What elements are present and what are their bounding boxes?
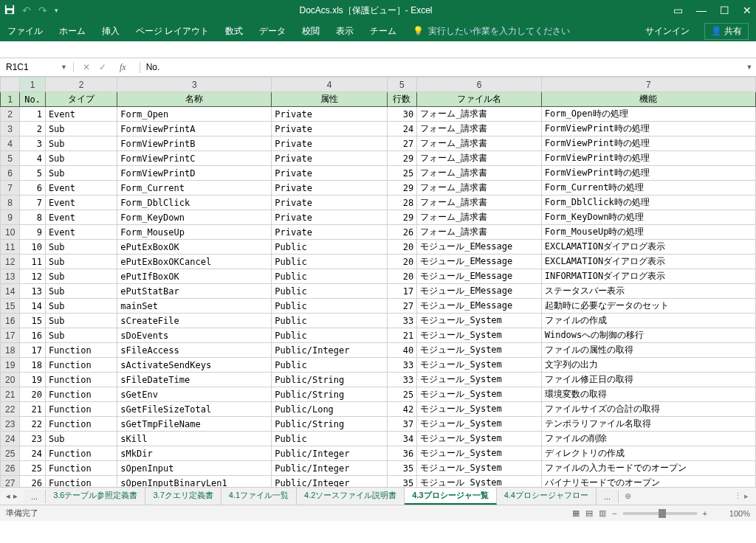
cell-lines[interactable]: 29 [387,181,417,196]
row-head[interactable]: 7 [1,181,20,196]
cell-type[interactable]: Sub [45,314,117,328]
cell-file[interactable]: モジュール_System [417,358,541,373]
sheet-tab-more-left[interactable]: ... [24,490,46,503]
header-cell[interactable]: 名称 [117,92,272,107]
cell-lines[interactable]: 35 [387,476,417,488]
cell-lines[interactable]: 20 [387,240,417,255]
sheet-tab[interactable]: 4.4プロシージャフロー [497,488,597,505]
cell-type[interactable]: Event [45,196,117,210]
cell-type[interactable]: Sub [45,269,117,284]
cell-attr[interactable]: Private [272,166,387,181]
cell-lines[interactable]: 24 [387,122,417,136]
cell-attr[interactable]: Public/Long [272,402,387,417]
tab-scroll-handle[interactable]: ⋮ ▸ [726,491,756,501]
cell-func[interactable]: FormViewPrint時の処理 [541,151,755,166]
cell-type[interactable]: Function [45,417,117,432]
cell-no[interactable]: 5 [20,166,46,181]
cell-type[interactable]: Function [45,446,117,461]
cell-type[interactable]: Function [45,387,117,402]
cell-func[interactable]: ファイルサイズの合計の取得 [541,402,755,417]
row-head[interactable]: 25 [1,446,20,461]
cell-no[interactable]: 20 [20,387,46,402]
cell-lines[interactable]: 36 [387,446,417,461]
cell-lines[interactable]: 25 [387,387,417,402]
cell-func[interactable]: FormViewPrint時の処理 [541,166,755,181]
cell-lines[interactable]: 40 [387,343,417,358]
cell-attr[interactable]: Private [272,181,387,196]
cell-type[interactable]: Function [45,343,117,358]
row-head[interactable]: 11 [1,240,20,255]
cell-attr[interactable]: Public [272,299,387,314]
cell-file[interactable]: モジュール_System [417,314,541,328]
cell-func[interactable]: ファイルの作成 [541,314,755,328]
cell-no[interactable]: 18 [20,358,46,373]
row-head[interactable]: 4 [1,136,20,151]
share-button[interactable]: 👤 共有 [704,23,749,40]
cell-file[interactable]: モジュール_System [417,476,541,488]
header-cell[interactable]: No. [20,92,46,107]
sheet-tab[interactable]: 3.6テーブル参照定義書 [46,488,145,505]
row-head[interactable]: 10 [1,225,20,240]
cell-file[interactable]: フォーム_請求書 [417,225,541,240]
view-pagebreak-icon[interactable]: ▥ [599,508,606,518]
undo-icon[interactable]: ↶ [22,4,31,16]
col-head-5[interactable]: 5 [387,77,417,92]
cell-lines[interactable]: 37 [387,417,417,432]
sheet-tab[interactable]: 4.1ファイル一覧 [221,488,297,505]
new-sheet-icon[interactable]: ⊕ [619,491,637,501]
cell-file[interactable]: モジュール_System [417,446,541,461]
cell-func[interactable]: ディレクトリの作成 [541,446,755,461]
cell-lines[interactable]: 42 [387,402,417,417]
row-head[interactable]: 12 [1,255,20,269]
cell-name[interactable]: sMkDir [117,446,272,461]
cell-no[interactable]: 14 [20,299,46,314]
cell-type[interactable]: Sub [45,432,117,446]
col-head-6[interactable]: 6 [417,77,541,92]
tab-file[interactable]: ファイル [7,25,43,38]
cell-lines[interactable]: 26 [387,225,417,240]
col-head-7[interactable]: 7 [541,77,755,92]
cell-file[interactable]: モジュール_System [417,387,541,402]
cell-lines[interactable]: 34 [387,432,417,446]
cell-file[interactable]: フォーム_請求書 [417,196,541,210]
row-head[interactable]: 21 [1,387,20,402]
tab-data[interactable]: データ [259,25,286,38]
fx-icon[interactable]: fx [115,62,131,73]
col-head-4[interactable]: 4 [272,77,387,92]
name-box[interactable]: R1C1 ▼ [0,62,74,72]
cell-func[interactable]: テンポラリファイル名取得 [541,417,755,432]
cell-func[interactable]: Form_MouseUp時の処理 [541,225,755,240]
cell-func[interactable]: ステータスバー表示 [541,284,755,299]
cell-name[interactable]: Form_MouseUp [117,225,272,240]
cell-attr[interactable]: Public [272,314,387,328]
cell-lines[interactable]: 30 [387,107,417,122]
cell-name[interactable]: sOpenInputBinaryLen1 [117,476,272,488]
header-cell[interactable]: 行数 [387,92,417,107]
cell-func[interactable]: 文字列の出力 [541,358,755,373]
view-pagelayout-icon[interactable]: ▤ [585,508,593,518]
cell-lines[interactable]: 29 [387,151,417,166]
cell-attr[interactable]: Private [272,196,387,210]
cell-attr[interactable]: Private [272,225,387,240]
cell-attr[interactable]: Public [272,255,387,269]
cell-no[interactable]: 9 [20,225,46,240]
cell-no[interactable]: 6 [20,181,46,196]
cell-name[interactable]: FormViewPrintC [117,151,272,166]
row-head[interactable]: 17 [1,328,20,343]
cell-file[interactable]: フォーム_請求書 [417,166,541,181]
row-head[interactable]: 16 [1,314,20,328]
sheet-tab[interactable]: 3.7クエリ定義書 [145,488,221,505]
row-head[interactable]: 26 [1,461,20,476]
cell-name[interactable]: FormViewPrintA [117,122,272,136]
cell-attr[interactable]: Public [272,328,387,343]
maximize-icon[interactable]: ☐ [720,4,729,16]
cell-name[interactable]: sFileAccess [117,343,272,358]
cell-type[interactable]: Function [45,461,117,476]
cell-func[interactable]: バイナリモードでのオープン [541,476,755,488]
cell-attr[interactable]: Public/Integer [272,343,387,358]
close-icon[interactable]: ✕ [743,4,752,16]
cell-file[interactable]: モジュール_System [417,373,541,387]
header-cell[interactable]: ファイル名 [417,92,541,107]
cell-file[interactable]: モジュール_EMessage [417,255,541,269]
cell-type[interactable]: Sub [45,151,117,166]
